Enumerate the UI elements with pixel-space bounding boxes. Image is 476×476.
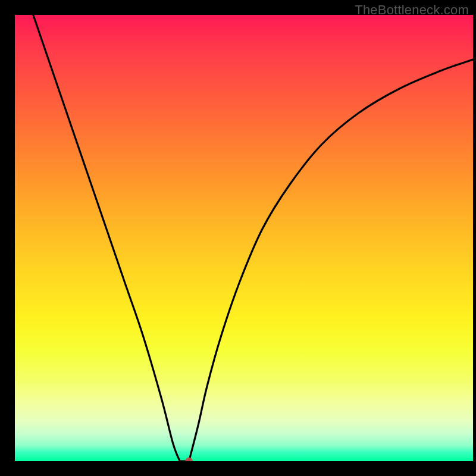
bottleneck-curve-chart: [15, 15, 473, 461]
optimum-marker: [185, 458, 192, 461]
curve-left-branch: [33, 15, 180, 461]
watermark-text: TheBottleneck.com: [355, 2, 469, 18]
curve-right-branch: [189, 60, 473, 461]
